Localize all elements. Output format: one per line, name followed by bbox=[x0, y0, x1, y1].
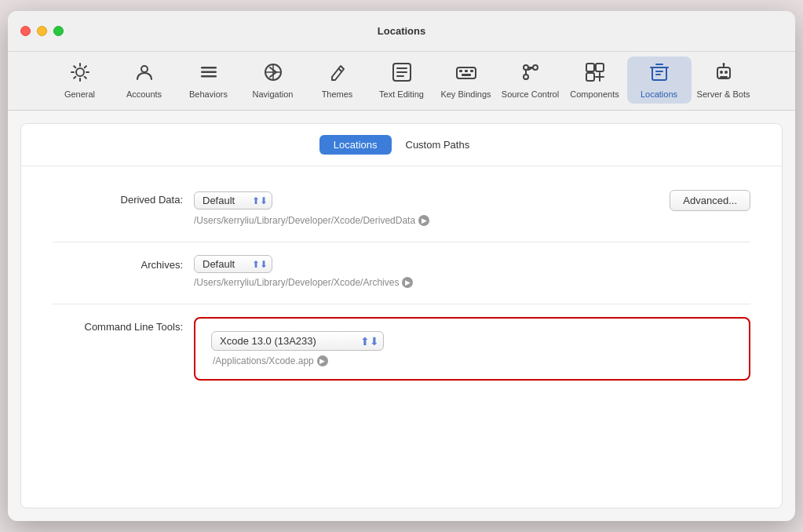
svg-rect-7 bbox=[457, 67, 476, 78]
svg-point-19 bbox=[720, 71, 723, 74]
derived-data-top: Default Custom ⬆⬇ Advanced... bbox=[194, 190, 750, 211]
behaviors-label: Behaviors bbox=[189, 89, 228, 99]
command-line-tools-inner: Xcode 13.0 (13A233) None ⬆⬇ bbox=[211, 331, 733, 351]
svg-rect-11 bbox=[462, 74, 471, 76]
tabs-bar: Locations Custom Paths bbox=[21, 124, 782, 166]
cmd-path-arrow[interactable]: ▶ bbox=[317, 355, 328, 366]
themes-label: Themes bbox=[322, 89, 353, 99]
command-line-tools-control: Xcode 13.0 (13A233) None ⬆⬇ /Application… bbox=[194, 317, 750, 381]
divider-1 bbox=[53, 242, 750, 242]
archives-select-wrapper: Default Custom ⬆⬇ bbox=[194, 255, 272, 273]
command-line-tools-path: /Applications/Xcode.app ▶ bbox=[211, 355, 733, 366]
main-window: Locations General Accounts bbox=[8, 11, 795, 521]
source-control-label: Source Control bbox=[502, 89, 559, 99]
derived-data-select-wrapper: Default Custom ⬆⬇ bbox=[194, 191, 272, 210]
svg-rect-4 bbox=[201, 75, 217, 78]
toolbar-item-themes[interactable]: Themes bbox=[305, 56, 370, 104]
settings-area: Derived Data: Default Custom ⬆⬇ Advanced… bbox=[21, 166, 782, 508]
general-icon bbox=[69, 61, 91, 86]
svg-rect-10 bbox=[470, 70, 473, 72]
accounts-icon bbox=[133, 61, 155, 86]
components-label: Components bbox=[570, 89, 619, 99]
derived-data-path-arrow[interactable]: ▶ bbox=[418, 215, 429, 226]
navigation-label: Navigation bbox=[253, 89, 294, 99]
svg-point-21 bbox=[722, 63, 725, 65]
window-title: Locations bbox=[378, 25, 425, 37]
svg-rect-3 bbox=[201, 71, 217, 74]
toolbar: General Accounts Behaviors bbox=[8, 52, 795, 111]
command-line-tools-row: Command Line Tools: Xcode 13.0 (13A233) … bbox=[53, 317, 750, 381]
locations-icon bbox=[648, 61, 670, 86]
toolbar-item-locations[interactable]: Locations bbox=[627, 56, 692, 104]
locations-label: Locations bbox=[641, 89, 677, 99]
command-line-tools-label: Command Line Tools: bbox=[53, 317, 194, 333]
text-editing-label: Text Editing bbox=[379, 89, 424, 99]
svg-rect-9 bbox=[465, 70, 468, 72]
titlebar: Locations bbox=[8, 11, 795, 52]
derived-data-label: Derived Data: bbox=[53, 190, 194, 206]
toolbar-item-general[interactable]: General bbox=[48, 56, 112, 104]
archives-select[interactable]: Default Custom bbox=[194, 255, 272, 273]
server-bots-label: Server & Bots bbox=[697, 89, 750, 99]
archives-row: Archives: Default Custom ⬆⬇ /Users/kerry… bbox=[53, 255, 750, 288]
derived-data-control: Default Custom ⬆⬇ Advanced... /Users/ker… bbox=[194, 190, 750, 226]
svg-rect-8 bbox=[459, 70, 462, 72]
svg-rect-15 bbox=[586, 64, 594, 71]
traffic-lights bbox=[20, 26, 64, 36]
derived-data-select[interactable]: Default Custom bbox=[194, 191, 272, 210]
svg-point-1 bbox=[141, 66, 148, 72]
maximize-button[interactable] bbox=[53, 26, 64, 36]
advanced-button[interactable]: Advanced... bbox=[670, 190, 750, 211]
toolbar-item-components[interactable]: Components bbox=[563, 56, 627, 104]
components-icon bbox=[584, 61, 606, 86]
close-button[interactable] bbox=[20, 26, 31, 36]
general-label: General bbox=[64, 89, 95, 99]
toolbar-item-source-control[interactable]: Source Control bbox=[498, 56, 563, 104]
toolbar-item-accounts[interactable]: Accounts bbox=[112, 56, 177, 104]
command-line-tools-select[interactable]: Xcode 13.0 (13A233) None bbox=[211, 331, 384, 351]
cmd-select-wrapper: Xcode 13.0 (13A233) None ⬆⬇ bbox=[211, 331, 384, 351]
text-editing-icon bbox=[391, 61, 413, 86]
server-bots-icon bbox=[713, 61, 735, 86]
themes-icon bbox=[327, 61, 349, 86]
tab-locations[interactable]: Locations bbox=[319, 135, 392, 155]
svg-rect-16 bbox=[596, 64, 604, 71]
source-control-icon bbox=[520, 61, 542, 86]
derived-data-path: /Users/kerryliu/Library/Developer/Xcode/… bbox=[194, 215, 750, 226]
archives-path: /Users/kerryliu/Library/Developer/Xcode/… bbox=[194, 277, 750, 288]
archives-control: Default Custom ⬆⬇ /Users/kerryliu/Librar… bbox=[194, 255, 750, 288]
derived-data-row: Derived Data: Default Custom ⬆⬇ Advanced… bbox=[53, 190, 750, 226]
minimize-button[interactable] bbox=[37, 26, 47, 36]
svg-point-20 bbox=[725, 71, 728, 74]
archives-top: Default Custom ⬆⬇ bbox=[194, 255, 750, 273]
toolbar-item-server-bots[interactable]: Server & Bots bbox=[692, 56, 756, 104]
divider-2 bbox=[53, 304, 750, 304]
command-line-tools-box: Xcode 13.0 (13A233) None ⬆⬇ /Application… bbox=[194, 317, 750, 381]
svg-rect-17 bbox=[586, 73, 594, 81]
archives-label: Archives: bbox=[53, 255, 194, 271]
main-content: Locations Custom Paths Derived Data: Def… bbox=[20, 123, 783, 508]
key-bindings-icon bbox=[455, 61, 477, 86]
toolbar-item-navigation[interactable]: Navigation bbox=[241, 56, 305, 104]
accounts-label: Accounts bbox=[126, 89, 162, 99]
svg-point-0 bbox=[76, 68, 84, 76]
key-bindings-label: Key Bindings bbox=[440, 89, 491, 99]
behaviors-icon bbox=[198, 61, 220, 86]
svg-rect-2 bbox=[201, 67, 217, 69]
toolbar-item-key-bindings[interactable]: Key Bindings bbox=[434, 56, 498, 104]
archives-path-arrow[interactable]: ▶ bbox=[402, 277, 413, 288]
tab-custom-paths[interactable]: Custom Paths bbox=[392, 135, 484, 155]
navigation-icon bbox=[262, 61, 284, 86]
toolbar-item-behaviors[interactable]: Behaviors bbox=[177, 56, 241, 104]
toolbar-item-text-editing[interactable]: Text Editing bbox=[370, 56, 434, 104]
